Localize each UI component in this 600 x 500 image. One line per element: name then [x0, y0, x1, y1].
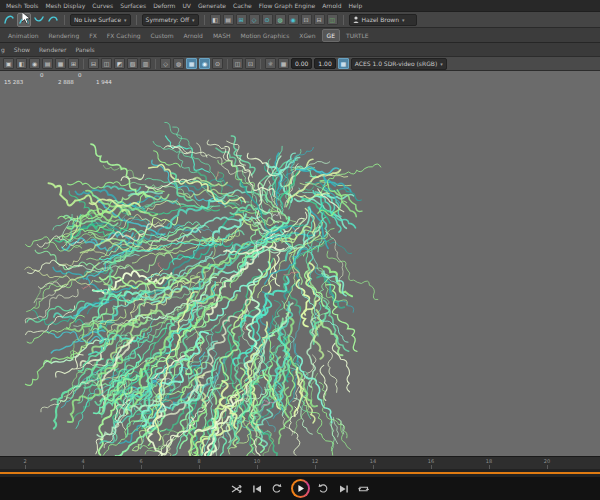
menu-deform[interactable]: Deform — [153, 2, 175, 9]
rewind-icon[interactable] — [270, 482, 283, 495]
viewport[interactable]: 0 0 15 283 2 888 1 944 — [0, 71, 600, 456]
timeline-tick: 4 — [73, 458, 93, 464]
lasso-tool-icon[interactable] — [3, 13, 15, 25]
grid-icon[interactable]: ⊟ — [88, 58, 99, 69]
separator — [204, 15, 205, 25]
shadows-icon[interactable]: ⊙ — [212, 58, 223, 69]
film-gate-icon[interactable]: ◫ — [101, 58, 112, 69]
character-dropdown[interactable]: Hazel Brown ▾ — [349, 14, 417, 26]
shelf-tab-arnold[interactable]: Arnold — [180, 30, 207, 41]
shelf-tab-xgen[interactable]: XGen — [295, 30, 319, 41]
inputs-icon[interactable]: ⊡ — [301, 14, 312, 25]
viewport-toolbar: ▣◧◉▤▦⊞⊟◫◩▧▥◇◍▦◉⊙◫⊡☼▦ 0.00 1.00 ▦ ACES 1.… — [0, 56, 600, 71]
play-icon[interactable] — [290, 479, 310, 499]
menu-uv[interactable]: UV — [182, 2, 191, 9]
fast-forward-icon[interactable] — [317, 482, 330, 495]
snap-to-projected-center-icon[interactable]: ◍ — [275, 14, 286, 25]
maya-application-window: Mesh Tools Mesh Display Curves Surfaces … — [0, 0, 600, 500]
resolution-gate-icon[interactable]: ◩ — [114, 58, 125, 69]
camera-attributes-icon[interactable]: ◉ — [29, 58, 40, 69]
two-d-pan-zoom-icon[interactable]: ⊞ — [68, 58, 79, 69]
construction-history-icon[interactable]: ◧ — [210, 14, 221, 25]
hair-model[interactable] — [0, 71, 600, 456]
shaded-icon[interactable]: ◍ — [173, 58, 184, 69]
exposure-icon[interactable]: ☼ — [265, 58, 276, 69]
field-chart-icon[interactable]: ▥ — [140, 58, 151, 69]
shelf-tabs: AnimationRenderingFXFX CachingCustomArno… — [0, 27, 600, 42]
separator — [83, 59, 84, 69]
shuffle-icon[interactable] — [230, 482, 243, 495]
render-icon[interactable]: ◫ — [327, 14, 338, 25]
menu-mesh-display[interactable]: Mesh Display — [45, 2, 85, 9]
menu-cache[interactable]: Cache — [233, 2, 252, 9]
menu-surfaces[interactable]: Surfaces — [120, 2, 146, 9]
exposure-field[interactable]: 0.00 — [291, 58, 312, 69]
range-slider[interactable] — [0, 469, 600, 477]
textured-icon[interactable]: ▦ — [186, 58, 197, 69]
snap-to-curve-icon[interactable]: ◇ — [249, 14, 260, 25]
shelf-tab-custom[interactable]: Custom — [147, 30, 178, 41]
lock-camera-icon[interactable]: ◧ — [16, 58, 27, 69]
timeline-tick: 12 — [305, 458, 325, 464]
person-icon — [353, 16, 359, 23]
shelf-tab-ge[interactable]: GE — [322, 29, 340, 42]
skip-next-icon[interactable] — [337, 482, 350, 495]
shelf-tab-animation[interactable]: Animation — [4, 30, 43, 41]
timeline-tick: 18 — [479, 458, 499, 464]
shelf-tab-mash[interactable]: MASH — [209, 30, 235, 41]
snap-to-grid-icon[interactable]: ⊞ — [236, 14, 247, 25]
playback-bar — [0, 477, 600, 500]
symmetry-label: Symmetry: Off — [146, 16, 189, 23]
menu-flow-graph-engine[interactable]: Flow Graph Engine — [259, 2, 315, 9]
select-brush-tool-icon[interactable] — [33, 13, 45, 25]
wireframe-icon[interactable]: ◇ — [160, 58, 171, 69]
image-plane-icon[interactable]: ▦ — [55, 58, 66, 69]
xray-icon[interactable]: ◫ — [232, 58, 243, 69]
separator — [136, 15, 137, 25]
menu-help[interactable]: Help — [349, 2, 363, 9]
separator — [260, 59, 261, 69]
make-live-icon[interactable]: ◉ — [288, 14, 299, 25]
menu-arnold[interactable]: Arnold — [322, 2, 341, 9]
duplicate-icon[interactable]: ▤ — [223, 14, 234, 25]
menu-generate[interactable]: Generate — [198, 2, 226, 9]
isolate-select-icon[interactable]: ⊡ — [245, 58, 256, 69]
snap-to-point-icon[interactable]: ⊙ — [262, 14, 273, 25]
snap-icon-group: ◧▤⊞◇⊙◍◉⊡⊟◫ — [210, 14, 338, 25]
hud-edges-count: 2 888 — [58, 79, 74, 85]
separator — [227, 59, 228, 69]
gamma-field[interactable]: 1.00 — [314, 58, 335, 69]
shelf-tab-fx[interactable]: FX — [85, 30, 101, 41]
panel-menu-clipped[interactable]: g — [1, 46, 5, 53]
soft-select-tool-icon[interactable] — [47, 13, 59, 25]
outputs-icon[interactable]: ⊟ — [314, 14, 325, 25]
hud-selected-count: 0 — [78, 72, 82, 78]
timeline-tick: 14 — [363, 458, 383, 464]
symmetry-dropdown[interactable]: Symmetry: Off ▾ — [142, 14, 199, 26]
panel-menu-show[interactable]: Show — [14, 46, 30, 53]
panel-menu-panels[interactable]: Panels — [75, 46, 94, 53]
timeline-tick: 10 — [247, 458, 267, 464]
bookmark-icon[interactable]: ▤ — [42, 58, 53, 69]
panel-menu-renderer[interactable]: Renderer — [39, 46, 66, 53]
loop-icon[interactable] — [357, 482, 370, 495]
select-camera-icon[interactable]: ▣ — [3, 58, 14, 69]
range-slider-bar[interactable] — [0, 472, 600, 474]
color-management-dropdown[interactable]: ACES 1.0 SDR-video (sRGB) ▾ — [351, 58, 447, 70]
skip-previous-icon[interactable] — [250, 482, 263, 495]
gamma-icon[interactable]: ▦ — [278, 58, 289, 69]
selection-tool-group — [3, 13, 59, 27]
shelf-tab-fx-caching[interactable]: FX Caching — [103, 30, 145, 41]
live-surface-dropdown[interactable]: No Live Surface ▾ — [70, 14, 131, 26]
time-slider[interactable]: 2468101214161820 — [0, 456, 600, 470]
color-management-icon[interactable]: ▦ — [338, 58, 349, 69]
viewport-icon-group: ▣◧◉▤▦⊞⊟◫◩▧▥◇◍▦◉⊙◫⊡☼▦ — [3, 58, 289, 69]
gate-mask-icon[interactable]: ▧ — [127, 58, 138, 69]
lighting-icon[interactable]: ◉ — [199, 58, 210, 69]
menu-curves[interactable]: Curves — [92, 2, 113, 9]
menu-mesh-tools[interactable]: Mesh Tools — [6, 2, 38, 9]
shelf-tab-turtle[interactable]: TURTLE — [342, 30, 373, 41]
shelf-tab-rendering[interactable]: Rendering — [45, 30, 84, 41]
shelf-tab-motion-graphics[interactable]: Motion Graphics — [237, 30, 294, 41]
chevron-down-icon: ▾ — [440, 61, 443, 67]
